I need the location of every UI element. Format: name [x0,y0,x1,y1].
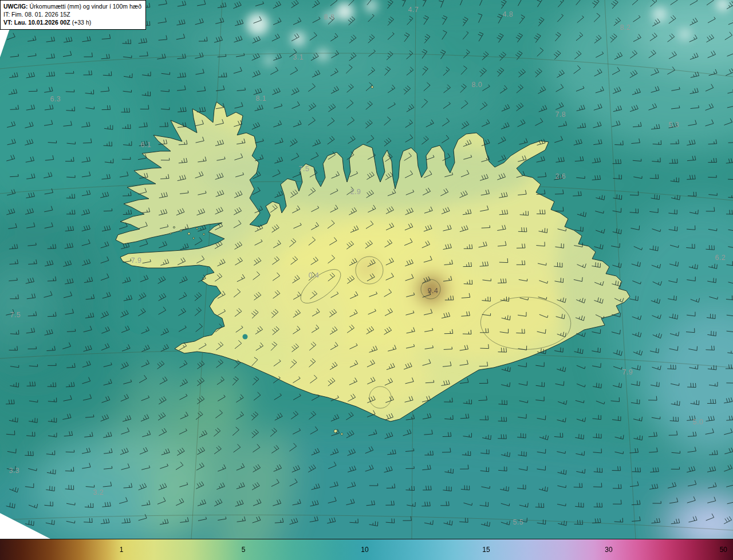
colorbar-tick-label: 1 [120,546,124,554]
colorbar-tick-label: 15 [482,546,490,554]
product-title: Úrkomumætti (mm) og vindur í 100m hæð [30,3,141,10]
init-time: IT: Fim. 08. 01. 2026 15Z [3,10,141,18]
colorbar: 1510153050 [0,539,733,560]
product-line: UWC/IG: Úrkomumætti (mm) og vindur í 100… [3,2,141,10]
valid-time-line: VT: Lau. 10.01.2026 00Z (+33 h) [3,18,141,26]
product-label: UWC/IG: [3,3,28,10]
colorbar-tick-label: 30 [605,546,612,554]
title-box: UWC/IG: Úrkomumætti (mm) og vindur í 100… [0,0,146,30]
valid-time: VT: Lau. 10.01.2026 00Z [3,19,70,26]
colorbar-tick-label: 5 [242,546,246,554]
wind-barbs-layer [0,0,733,539]
weather-map-page: 4.74.88.88.23.18.06.38.17.85.36.17.52.62… [0,0,733,560]
colorbar-tick-label: 10 [361,546,368,554]
valid-offset: (+33 h) [72,19,92,26]
colorbar-ticks: 1510153050 [0,539,733,560]
colorbar-tick-label: 50 [720,546,727,554]
